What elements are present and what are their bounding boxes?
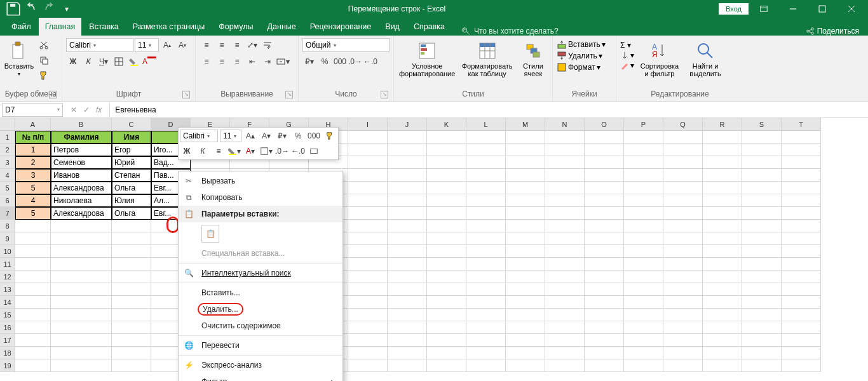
cell[interactable] <box>112 271 151 283</box>
cell[interactable] <box>585 258 624 271</box>
cell[interactable] <box>742 245 782 258</box>
row-header[interactable]: 6 <box>0 194 15 207</box>
cell[interactable]: Имя <box>112 131 151 144</box>
cell[interactable] <box>427 359 466 372</box>
row-header[interactable]: 11 <box>0 258 15 271</box>
cell[interactable] <box>348 194 388 207</box>
cell[interactable] <box>51 359 112 372</box>
cell[interactable] <box>51 271 112 283</box>
cell[interactable] <box>388 232 427 245</box>
cell[interactable] <box>624 156 663 169</box>
cell[interactable] <box>545 194 585 207</box>
cell[interactable] <box>112 334 151 347</box>
comma-icon[interactable]: 000 <box>333 55 347 69</box>
cell[interactable] <box>585 271 624 283</box>
row-header[interactable]: 13 <box>0 283 15 296</box>
column-header[interactable]: R <box>703 118 742 131</box>
cell[interactable] <box>663 144 703 156</box>
cell[interactable] <box>703 144 742 156</box>
cell[interactable] <box>348 347 388 359</box>
accounting-icon[interactable]: ₽▾ <box>302 55 316 69</box>
cell[interactable] <box>427 144 466 156</box>
cell[interactable] <box>427 321 466 334</box>
cell[interactable] <box>742 131 782 144</box>
cell[interactable] <box>585 182 624 194</box>
mini-accounting-icon[interactable]: ₽▾ <box>275 129 289 143</box>
cell[interactable] <box>742 220 782 232</box>
cell[interactable] <box>585 169 624 182</box>
cell[interactable] <box>15 296 51 309</box>
cell[interactable] <box>703 169 742 182</box>
ribbon-options-icon[interactable] <box>750 0 778 18</box>
cell[interactable] <box>388 283 427 296</box>
formula-input[interactable]: Евгеньевна <box>109 103 868 117</box>
cell[interactable] <box>466 245 506 258</box>
cell[interactable] <box>782 347 821 359</box>
spreadsheet-grid[interactable]: 12345678910111213141516171819ABCDEFGHIJK… <box>0 118 868 381</box>
row-header[interactable]: 12 <box>0 271 15 283</box>
cell[interactable] <box>585 296 624 309</box>
dialog-launcher-icon[interactable]: ↘ <box>182 91 190 98</box>
cell[interactable] <box>585 207 624 220</box>
cell[interactable] <box>742 232 782 245</box>
cell[interactable] <box>427 296 466 309</box>
align-top-icon[interactable]: ≡ <box>200 38 214 52</box>
align-bottom-icon[interactable]: ≡ <box>230 38 244 52</box>
cell[interactable] <box>585 144 624 156</box>
cell[interactable] <box>545 321 585 334</box>
cell[interactable] <box>506 258 545 271</box>
cell[interactable] <box>703 245 742 258</box>
cell[interactable] <box>624 131 663 144</box>
minimize-icon[interactable] <box>779 0 807 18</box>
cell-styles-button[interactable]: Стили ячеек <box>518 38 548 90</box>
cell[interactable] <box>545 220 585 232</box>
cell[interactable] <box>388 207 427 220</box>
cell[interactable]: 3 <box>15 169 51 182</box>
ctx-translate[interactable]: 🌐Перевести <box>179 337 342 354</box>
cell[interactable] <box>388 359 427 372</box>
cell[interactable] <box>585 245 624 258</box>
column-header[interactable]: B <box>51 118 112 131</box>
cell[interactable] <box>624 169 663 182</box>
cell[interactable] <box>506 283 545 296</box>
underline-icon[interactable]: Ч▾ <box>97 55 111 69</box>
cell[interactable] <box>742 359 782 372</box>
cell[interactable] <box>545 347 585 359</box>
cell[interactable] <box>506 347 545 359</box>
cell[interactable] <box>782 258 821 271</box>
column-header[interactable]: M <box>506 118 545 131</box>
column-header[interactable]: J <box>388 118 427 131</box>
cell[interactable] <box>112 258 151 271</box>
cell[interactable] <box>427 232 466 245</box>
cell[interactable] <box>112 321 151 334</box>
close-icon[interactable] <box>837 0 865 18</box>
dialog-launcher-icon[interactable]: ↘ <box>49 91 57 98</box>
cell[interactable] <box>427 245 466 258</box>
cell[interactable] <box>348 144 388 156</box>
cell[interactable] <box>427 220 466 232</box>
cell[interactable] <box>15 334 51 347</box>
cell[interactable] <box>112 245 151 258</box>
redo-icon[interactable] <box>41 2 57 16</box>
cell[interactable] <box>703 156 742 169</box>
cell[interactable] <box>466 194 506 207</box>
font-name-combo[interactable]: Calibri▾ <box>66 38 133 52</box>
cell[interactable] <box>703 232 742 245</box>
cell[interactable] <box>703 271 742 283</box>
cell[interactable] <box>663 334 703 347</box>
row-header[interactable]: 16 <box>0 321 15 334</box>
ctx-quick-analysis[interactable]: ⚡Экспресс-анализ <box>179 357 342 373</box>
cell[interactable] <box>545 207 585 220</box>
cell[interactable] <box>545 156 585 169</box>
cell[interactable] <box>742 334 782 347</box>
paste-button[interactable]: Вставить ▾ <box>4 38 34 90</box>
format-painter-icon[interactable] <box>37 69 51 83</box>
percent-icon[interactable]: % <box>318 55 332 69</box>
column-header[interactable]: C <box>112 118 151 131</box>
cell[interactable] <box>51 220 112 232</box>
cell[interactable] <box>506 232 545 245</box>
column-header[interactable]: N <box>545 118 585 131</box>
column-header[interactable]: P <box>624 118 663 131</box>
cell[interactable] <box>663 131 703 144</box>
row-header[interactable]: 3 <box>0 156 15 169</box>
